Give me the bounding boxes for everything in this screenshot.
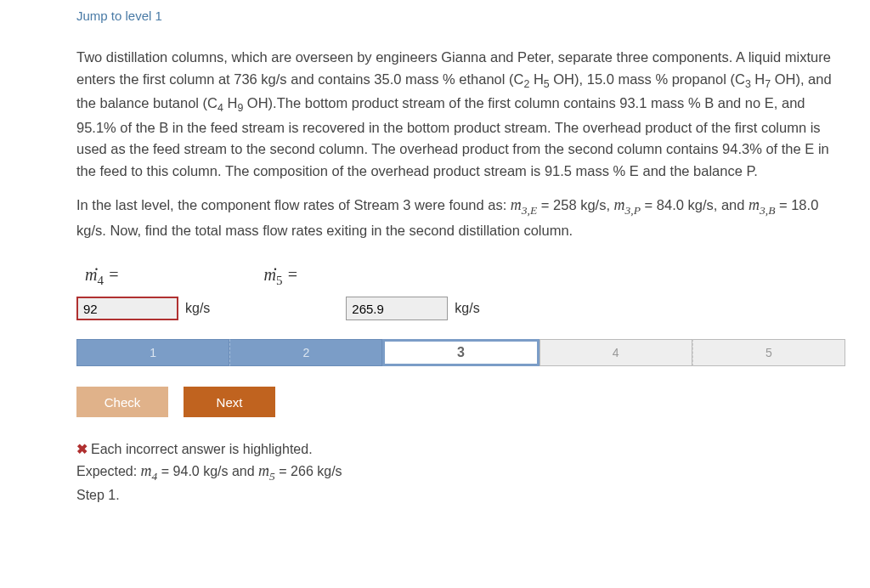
x-icon: ✖ [76, 442, 88, 456]
step-3[interactable]: 3 [382, 339, 539, 366]
step-progress-bar: 1 2 3 4 5 [76, 339, 845, 366]
m5-input[interactable] [346, 297, 448, 320]
m4-label: m4 = [85, 265, 119, 288]
m4-unit: kg/s [185, 301, 210, 316]
check-button[interactable]: Check [76, 387, 168, 417]
problem-paragraph-1: Two distillation columns, which are over… [76, 47, 836, 182]
m4-input[interactable] [76, 297, 178, 320]
step-2[interactable]: 2 [229, 339, 382, 366]
step-5[interactable]: 5 [692, 339, 845, 366]
step-1[interactable]: 1 [76, 339, 229, 366]
jump-to-level-link[interactable]: Jump to level 1 [76, 8, 836, 23]
next-button[interactable]: Next [184, 387, 275, 417]
step-4[interactable]: 4 [540, 339, 692, 366]
problem-paragraph-2: In the last level, the component flow ra… [76, 194, 836, 241]
m5-label: m5 = [263, 265, 297, 288]
m5-unit: kg/s [455, 301, 479, 316]
feedback-block: ✖Each incorrect answer is highlighted. E… [76, 439, 836, 506]
